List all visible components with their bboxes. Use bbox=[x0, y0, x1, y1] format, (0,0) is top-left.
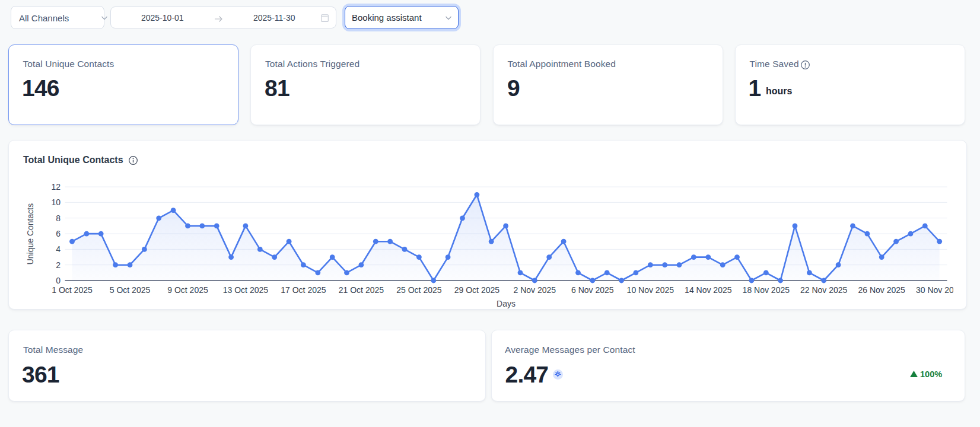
svg-text:30 Nov 2025: 30 Nov 2025 bbox=[915, 285, 953, 295]
svg-text:5 Oct 2025: 5 Oct 2025 bbox=[109, 285, 150, 295]
svg-text:0: 0 bbox=[56, 276, 61, 285]
svg-text:8: 8 bbox=[56, 214, 61, 223]
svg-text:1 Oct 2025: 1 Oct 2025 bbox=[52, 285, 93, 295]
svg-text:9 Oct 2025: 9 Oct 2025 bbox=[167, 285, 208, 295]
svg-text:2: 2 bbox=[56, 260, 61, 270]
svg-text:18 Nov 2025: 18 Nov 2025 bbox=[742, 285, 790, 295]
svg-text:2 Nov 2025: 2 Nov 2025 bbox=[513, 285, 556, 295]
svg-text:22 Nov 2025: 22 Nov 2025 bbox=[800, 285, 847, 295]
svg-text:17 Oct 2025: 17 Oct 2025 bbox=[281, 285, 326, 295]
svg-text:14 Nov 2025: 14 Nov 2025 bbox=[685, 285, 732, 295]
svg-text:29 Oct 2025: 29 Oct 2025 bbox=[454, 285, 499, 295]
svg-text:26 Nov 2025: 26 Nov 2025 bbox=[858, 285, 905, 295]
svg-text:Days: Days bbox=[497, 299, 516, 308]
svg-text:21 Oct 2025: 21 Oct 2025 bbox=[338, 285, 383, 295]
svg-text:Unique Contacts: Unique Contacts bbox=[26, 203, 35, 265]
svg-text:13 Oct 2025: 13 Oct 2025 bbox=[222, 285, 268, 295]
svg-text:10: 10 bbox=[51, 197, 61, 207]
svg-text:6: 6 bbox=[56, 229, 61, 238]
svg-text:10 Nov 2025: 10 Nov 2025 bbox=[626, 285, 674, 295]
svg-text:4: 4 bbox=[56, 244, 61, 254]
svg-text:12: 12 bbox=[51, 182, 61, 192]
svg-text:25 Oct 2025: 25 Oct 2025 bbox=[396, 285, 441, 295]
svg-text:6 Nov 2025: 6 Nov 2025 bbox=[571, 285, 613, 295]
